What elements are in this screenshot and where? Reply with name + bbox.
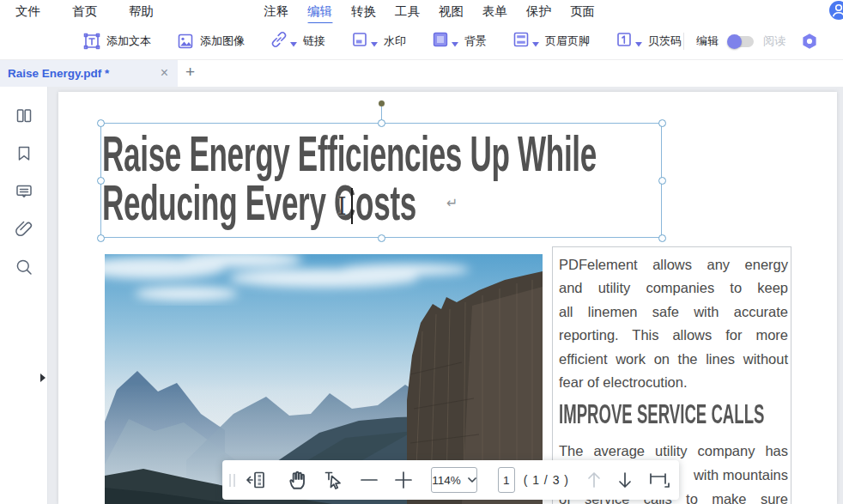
- para1-line: reporting. This allows for more: [559, 324, 788, 347]
- zoom-level-value: 114%: [432, 474, 461, 487]
- background-label: 背景: [464, 33, 487, 49]
- menu-home[interactable]: 首页: [72, 3, 97, 20]
- section-heading: IMPROVE SERVICE CALLS: [559, 400, 696, 429]
- rotation-handle[interactable]: [379, 100, 385, 106]
- bates-number-button[interactable]: 贝茨码: [616, 31, 682, 52]
- hand-tool-icon[interactable]: [286, 469, 308, 491]
- next-page-button[interactable]: [616, 470, 634, 490]
- add-image-label: 添加图像: [200, 33, 245, 49]
- text-caret: [351, 188, 353, 224]
- page-count-indicator: ( 1 / 3 ): [524, 473, 569, 487]
- watermark-label: 水印: [384, 33, 406, 49]
- zoom-out-button[interactable]: [359, 470, 379, 490]
- header-footer-label: 页眉页脚: [545, 33, 590, 49]
- document-canvas[interactable]: Raise Energy Efficiencies Up While Reduc…: [48, 87, 843, 504]
- paragraph-return-mark: ↵: [446, 195, 458, 211]
- header-footer-button[interactable]: 页眉页脚: [512, 31, 590, 52]
- link-button[interactable]: 链接: [270, 31, 325, 52]
- menu-right-group: 注释 编辑 转换 工具 视图 表单 保护 页面: [264, 3, 595, 20]
- paragraph-1: PDFelement allows any energy and utility…: [559, 253, 788, 394]
- new-tab-button[interactable]: +: [185, 63, 195, 82]
- watermark-button[interactable]: 水印: [351, 31, 406, 52]
- tabbar: Raise Energy.pdf * × +: [0, 60, 843, 87]
- pdf-page[interactable]: Raise Energy Efficiencies Up While Reduc…: [58, 92, 837, 504]
- sidebar-toggle-icon[interactable]: [246, 470, 268, 490]
- page-number-input[interactable]: 1: [498, 467, 515, 493]
- watermark-caret-icon: [371, 35, 378, 51]
- bookmark-icon[interactable]: [14, 143, 34, 167]
- fit-width-icon[interactable]: [647, 470, 670, 490]
- left-panel-sidebar: [0, 87, 48, 504]
- para1-line: PDFelement allows any energy: [559, 253, 788, 276]
- para1-line: and utility companies to keep: [559, 276, 788, 300]
- bates-number-icon: [616, 31, 633, 52]
- mode-switch-group: 编辑 阅读: [696, 33, 818, 50]
- link-icon: [270, 31, 288, 52]
- tab-close-icon[interactable]: ×: [161, 64, 168, 82]
- menu-protect[interactable]: 保护: [526, 3, 551, 20]
- chevron-down-icon: [468, 477, 476, 483]
- bates-number-label: 贝茨码: [648, 33, 682, 49]
- page-number-value: 1: [503, 474, 510, 487]
- panel-expand-arrow-icon[interactable]: [40, 373, 45, 382]
- menu-convert[interactable]: 转换: [351, 3, 376, 20]
- edit-read-toggle[interactable]: [728, 36, 754, 47]
- background-icon: [432, 31, 449, 52]
- zoom-level-select[interactable]: 114%: [431, 467, 477, 493]
- handle-bottom-right[interactable]: [658, 234, 666, 242]
- document-title[interactable]: Raise Energy Efficiencies Up While Reduc…: [102, 130, 597, 228]
- tab-raise-energy[interactable]: Raise Energy.pdf * ×: [0, 60, 178, 87]
- menubar: 文件 首页 帮助 注释 编辑 转换 工具 视图 表单 保护 页面: [0, 0, 843, 23]
- background-caret-icon: [452, 35, 458, 51]
- menu-view[interactable]: 视图: [439, 3, 464, 20]
- zoom-in-button[interactable]: [393, 470, 414, 490]
- menu-left-group: 文件 首页 帮助: [15, 3, 154, 20]
- handle-top-right[interactable]: [658, 119, 666, 127]
- select-tool-icon[interactable]: [324, 470, 344, 490]
- account-avatar-icon[interactable]: [828, 0, 843, 21]
- edit-toolbar: 添加文本 添加图像: [0, 23, 843, 60]
- menu-file[interactable]: 文件: [15, 3, 40, 20]
- link-label: 链接: [303, 33, 325, 49]
- previous-page-button[interactable]: [585, 470, 603, 490]
- link-caret-icon: [290, 35, 297, 51]
- para1-line: efficient work on the lines without: [559, 348, 788, 371]
- search-icon[interactable]: [14, 257, 34, 281]
- header-footer-caret-icon: [532, 35, 539, 51]
- background-button[interactable]: 背景: [432, 31, 487, 52]
- add-image-icon: [177, 33, 194, 50]
- toolbar-divider: [683, 33, 684, 50]
- ibeam-cursor-icon: I: [337, 193, 347, 220]
- toolbar-drag-handle[interactable]: [229, 474, 235, 487]
- comments-icon[interactable]: [14, 181, 34, 205]
- handle-mid-right[interactable]: [658, 177, 666, 185]
- menu-help[interactable]: 帮助: [129, 3, 154, 20]
- menu-page[interactable]: 页面: [570, 3, 595, 20]
- watermark-icon: [351, 31, 368, 52]
- attachment-icon[interactable]: [14, 219, 34, 243]
- para1-line: all linemen safe with accurate: [559, 301, 788, 324]
- assistant-hexagon-icon[interactable]: [801, 33, 818, 50]
- add-text-button[interactable]: 添加文本: [83, 33, 151, 50]
- tab-title: Raise Energy.pdf *: [8, 67, 109, 80]
- menu-tools[interactable]: 工具: [395, 3, 420, 20]
- pdfelement-window: 文件 首页 帮助 注释 编辑 转换 工具 视图 表单 保护 页面: [0, 0, 843, 504]
- title-line-1: Raise Energy Efficiencies Up While: [102, 130, 597, 179]
- mode-read-label: 阅读: [763, 33, 785, 49]
- menu-edit-active[interactable]: 编辑: [307, 3, 332, 20]
- menu-form[interactable]: 表单: [482, 3, 507, 20]
- handle-bottom-mid[interactable]: [378, 234, 385, 242]
- mode-edit-label: 编辑: [696, 33, 719, 49]
- para1-line: fear of electrocution.: [559, 371, 788, 394]
- title-line-2: Reducing Every Costs: [102, 179, 597, 228]
- toggle-knob[interactable]: [727, 34, 742, 49]
- add-image-button[interactable]: 添加图像: [177, 33, 245, 50]
- menu-comment[interactable]: 注释: [264, 3, 288, 20]
- add-text-label: 添加文本: [106, 33, 151, 49]
- header-footer-icon: [512, 31, 530, 52]
- thumbnails-icon[interactable]: [14, 106, 34, 130]
- bates-caret-icon: [635, 35, 642, 51]
- handle-bottom-left[interactable]: [97, 234, 105, 242]
- floating-view-toolbar: 114% 1 ( 1 / 3 ): [222, 460, 679, 500]
- add-text-icon: [83, 33, 100, 50]
